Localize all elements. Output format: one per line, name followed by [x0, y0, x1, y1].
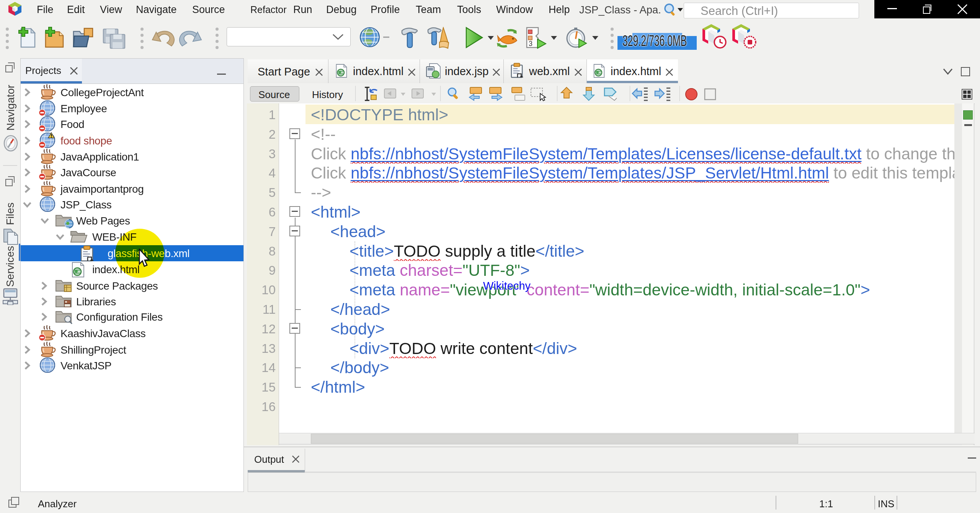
svg-text:3: 3: [529, 40, 532, 48]
